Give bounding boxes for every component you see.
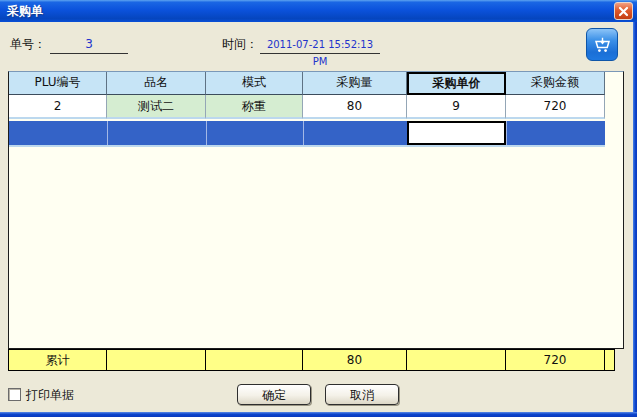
- purchase-order-dialog: 采购单 单号： 3 时间： 2011-07-21 15:52:13 PM PLU…: [0, 0, 637, 417]
- row1-cell-amount[interactable]: 720: [506, 95, 605, 119]
- time-label: 时间：: [222, 36, 258, 53]
- time-field[interactable]: 2011-07-21 15:52:13 PM: [260, 36, 380, 54]
- window-border-bottom: [0, 412, 637, 417]
- print-receipt-checkbox[interactable]: [8, 388, 21, 401]
- titlebar[interactable]: 采购单: [0, 0, 637, 22]
- cart-button[interactable]: [586, 28, 618, 61]
- row1-cell-name[interactable]: 测试二: [107, 95, 206, 119]
- totals-unit-price: [407, 350, 506, 370]
- column-header-amount[interactable]: 采购金额: [506, 72, 605, 95]
- purchase-items-grid: PLU编号 品名 模式 采购量 采购单价 采购金额 2 测试二 称重 80 9 …: [8, 71, 624, 349]
- order-number-field[interactable]: 3: [50, 36, 128, 54]
- column-header-unit-price[interactable]: 采购单价: [407, 72, 506, 95]
- print-receipt-label: 打印单据: [26, 387, 74, 404]
- shopping-cart-icon: [592, 34, 613, 55]
- unit-price-edit-cell[interactable]: [407, 121, 506, 145]
- window-border-right: [633, 22, 637, 417]
- column-header-mode[interactable]: 模式: [206, 72, 303, 95]
- selected-row-divider: [107, 121, 108, 145]
- column-header-plu[interactable]: PLU编号: [9, 72, 107, 95]
- totals-cell-name: [107, 350, 206, 370]
- totals-cell-mode: [206, 350, 303, 370]
- close-icon: [618, 6, 629, 17]
- row1-cell-mode[interactable]: 称重: [206, 95, 303, 119]
- totals-amount: 720: [506, 350, 605, 370]
- selected-row-divider: [303, 121, 304, 145]
- totals-label: 累计: [9, 350, 107, 370]
- close-button[interactable]: [614, 2, 633, 20]
- order-number-label: 单号：: [10, 36, 46, 53]
- column-header-qty[interactable]: 采购量: [303, 72, 407, 95]
- row1-cell-plu[interactable]: 2: [9, 95, 107, 119]
- totals-qty: 80: [303, 350, 407, 370]
- column-header-name[interactable]: 品名: [107, 72, 206, 95]
- selected-row-divider: [206, 121, 207, 145]
- row1-cell-qty[interactable]: 80: [303, 95, 407, 119]
- selected-row-divider: [506, 121, 507, 145]
- totals-stub: [605, 350, 614, 370]
- window-title: 采购单: [7, 0, 43, 22]
- ok-button[interactable]: 确定: [237, 384, 311, 405]
- cancel-button[interactable]: 取消: [325, 384, 399, 405]
- selected-row[interactable]: [9, 121, 605, 147]
- totals-row: 累计 80 720: [8, 349, 615, 371]
- row1-cell-unit-price[interactable]: 9: [407, 95, 506, 119]
